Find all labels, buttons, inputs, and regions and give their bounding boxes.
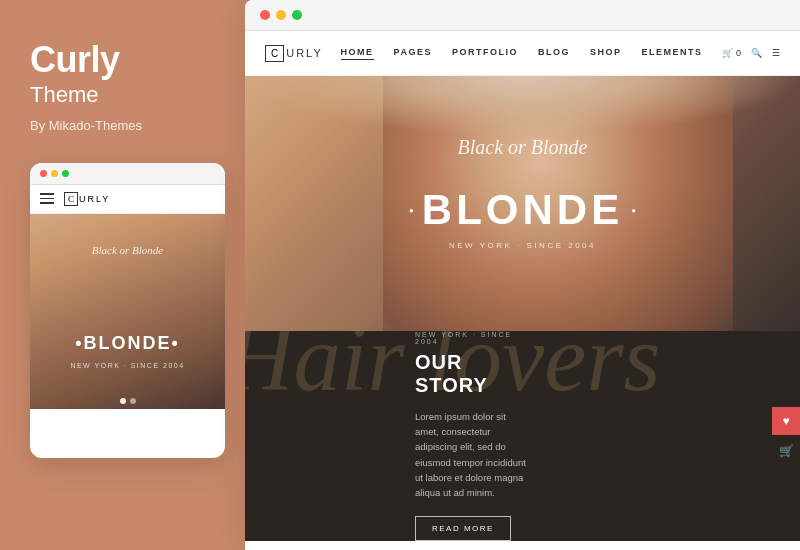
- dark-sub-label: NEW YORK · SINCE 2004: [415, 331, 530, 345]
- desktop-hero-title-row: ● BLONDE ●: [245, 186, 800, 234]
- menu-icon[interactable]: ☰: [772, 48, 780, 58]
- desktop-logo-text: URLY: [286, 47, 323, 59]
- desktop-nav: C URLY HOME PAGES PORTFOLIO BLOG SHOP EL…: [245, 31, 800, 76]
- mobile-logo-rest: URLY: [79, 194, 110, 204]
- chrome-dot-yellow: [276, 10, 286, 20]
- desktop-dark-section: Hair lovers NEW YORK · SINCE 2004 OUR ST…: [245, 331, 800, 541]
- hamburger-icon[interactable]: [40, 193, 54, 204]
- chrome-dot-green: [292, 10, 302, 20]
- desktop-nav-links: HOME PAGES PORTFOLIO BLOG SHOP ELEMENTS: [341, 47, 703, 60]
- mobile-dots: [40, 170, 69, 177]
- search-icon[interactable]: 🔍: [751, 48, 762, 58]
- dark-section-title: OUR STORY: [415, 351, 530, 397]
- right-panel-desktop-preview: C URLY HOME PAGES PORTFOLIO BLOG SHOP EL…: [245, 0, 800, 550]
- slide-indicator-2[interactable]: [130, 398, 136, 404]
- mobile-hero: Black or Blonde •BLONDE• NEW YORK · SINC…: [30, 214, 225, 409]
- desktop-hero-title: BLONDE: [422, 186, 623, 234]
- mobile-logo: C URLY: [64, 192, 110, 206]
- dark-section-content: NEW YORK · SINCE 2004 OUR STORY Lorem ip…: [245, 331, 800, 541]
- desktop-nav-icons: 🛒 0 🔍 ☰: [722, 48, 780, 58]
- mobile-preview-card: C URLY Black or Blonde •BLONDE• NEW YORK…: [30, 163, 225, 458]
- mobile-logo-c: C: [64, 192, 78, 206]
- brand-subtitle: Theme: [30, 82, 220, 108]
- mobile-hero-script: Black or Blonde: [30, 244, 225, 256]
- hero-bullet-left: ●: [409, 206, 414, 215]
- nav-link-shop[interactable]: SHOP: [590, 47, 622, 60]
- floating-side-icons: ♥ 🛒: [772, 407, 800, 465]
- desktop-hero-subtitle: NEW YORK · SINCE 2004: [245, 241, 800, 250]
- nav-link-blog[interactable]: BLOG: [538, 47, 570, 60]
- mobile-dot-red: [40, 170, 47, 177]
- mobile-slide-indicators: [30, 398, 225, 404]
- read-more-button[interactable]: READ MORE: [415, 516, 511, 541]
- hero-bullet-right: ●: [631, 206, 636, 215]
- floating-cart-icon[interactable]: 🛒: [772, 437, 800, 465]
- mobile-window-chrome: [30, 163, 225, 185]
- slide-indicator-1[interactable]: [120, 398, 126, 404]
- left-panel: Curly Theme By Mikado-Themes C URLY Blac: [0, 0, 245, 550]
- desktop-logo-c: C: [265, 45, 284, 62]
- mobile-dot-yellow: [51, 170, 58, 177]
- floating-heart-icon[interactable]: ♥: [772, 407, 800, 435]
- mobile-hero-sub: NEW YORK · SINCE 2004: [30, 362, 225, 369]
- mobile-hero-title: •BLONDE•: [30, 333, 225, 354]
- desktop-hero-script: Black or Blonde: [245, 136, 800, 159]
- cart-icon[interactable]: 🛒 0: [722, 48, 741, 58]
- desktop-hero-section: Black or Blonde ● BLONDE ● NEW YORK · SI…: [245, 76, 800, 331]
- nav-link-pages[interactable]: PAGES: [394, 47, 432, 60]
- mobile-nav-bar: C URLY: [30, 185, 225, 214]
- nav-link-elements[interactable]: ELEMENTS: [641, 47, 702, 60]
- hero-hair-overlay: [245, 76, 800, 136]
- chrome-dot-red: [260, 10, 270, 20]
- desktop-logo: C URLY: [265, 45, 323, 62]
- nav-link-portfolio[interactable]: PORTFOLIO: [452, 47, 518, 60]
- mobile-dot-green: [62, 170, 69, 177]
- brand-title: Curly: [30, 40, 220, 80]
- nav-link-home[interactable]: HOME: [341, 47, 374, 60]
- desktop-window-chrome: [245, 0, 800, 31]
- brand-by: By Mikado-Themes: [30, 118, 220, 133]
- dark-section-body: Lorem ipsum dolor sit amet, consectetur …: [415, 409, 530, 500]
